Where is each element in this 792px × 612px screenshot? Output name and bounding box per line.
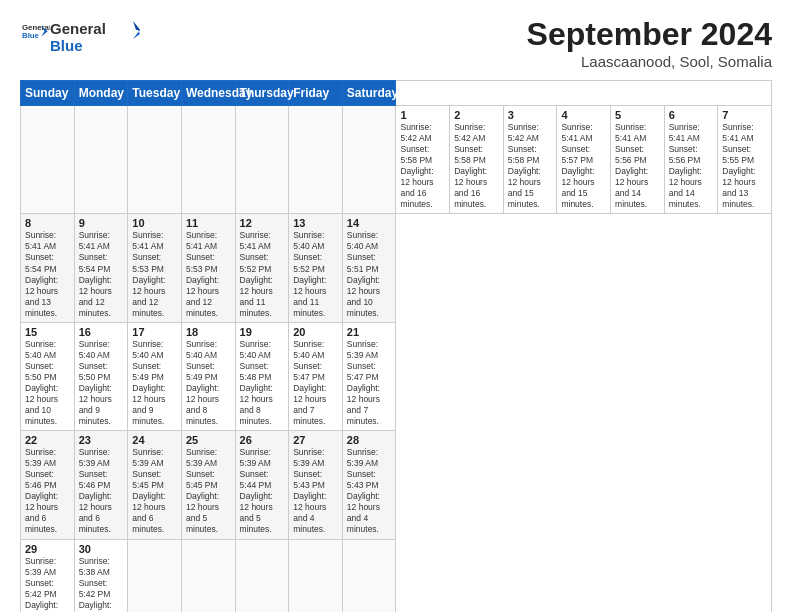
calendar-cell: 2Sunrise: 5:42 AM Sunset: 5:58 PM Daylig… [450, 106, 504, 214]
day-detail: Sunrise: 5:41 AM Sunset: 5:53 PM Dayligh… [186, 230, 231, 318]
day-number: 8 [25, 217, 70, 229]
calendar-cell: 7Sunrise: 5:41 AM Sunset: 5:55 PM Daylig… [718, 106, 772, 214]
calendar-cell: 29Sunrise: 5:39 AM Sunset: 5:42 PM Dayli… [21, 539, 75, 612]
logo: General Blue General Blue [20, 16, 140, 60]
calendar-cell: 16Sunrise: 5:40 AM Sunset: 5:50 PM Dayli… [74, 322, 128, 430]
calendar-cell: 23Sunrise: 5:39 AM Sunset: 5:46 PM Dayli… [74, 431, 128, 539]
day-number: 19 [240, 326, 285, 338]
calendar-week-row: 1Sunrise: 5:42 AM Sunset: 5:58 PM Daylig… [21, 106, 772, 214]
day-number: 10 [132, 217, 177, 229]
calendar-cell [21, 106, 75, 214]
day-detail: Sunrise: 5:40 AM Sunset: 5:49 PM Dayligh… [186, 339, 231, 427]
svg-text:Blue: Blue [50, 37, 83, 54]
day-detail: Sunrise: 5:38 AM Sunset: 5:42 PM Dayligh… [79, 556, 124, 613]
calendar-cell: 12Sunrise: 5:41 AM Sunset: 5:52 PM Dayli… [235, 214, 289, 322]
day-number: 17 [132, 326, 177, 338]
calendar-cell: 5Sunrise: 5:41 AM Sunset: 5:56 PM Daylig… [611, 106, 665, 214]
day-number: 26 [240, 434, 285, 446]
day-detail: Sunrise: 5:42 AM Sunset: 5:58 PM Dayligh… [400, 122, 445, 210]
day-detail: Sunrise: 5:42 AM Sunset: 5:58 PM Dayligh… [454, 122, 499, 210]
col-sunday: Sunday [21, 81, 75, 106]
col-monday: Monday [74, 81, 128, 106]
day-detail: Sunrise: 5:39 AM Sunset: 5:45 PM Dayligh… [186, 447, 231, 535]
page: General Blue General Blue September 2024… [0, 0, 792, 612]
day-detail: Sunrise: 5:40 AM Sunset: 5:49 PM Dayligh… [132, 339, 177, 427]
logo-svg: General Blue [50, 16, 140, 60]
day-detail: Sunrise: 5:41 AM Sunset: 5:52 PM Dayligh… [240, 230, 285, 318]
calendar-table: Sunday Monday Tuesday Wednesday Thursday… [20, 80, 772, 612]
calendar-cell: 8Sunrise: 5:41 AM Sunset: 5:54 PM Daylig… [21, 214, 75, 322]
day-detail: Sunrise: 5:42 AM Sunset: 5:58 PM Dayligh… [508, 122, 553, 210]
calendar-week-row: 8Sunrise: 5:41 AM Sunset: 5:54 PM Daylig… [21, 214, 772, 322]
day-detail: Sunrise: 5:41 AM Sunset: 5:54 PM Dayligh… [25, 230, 70, 318]
calendar-cell: 26Sunrise: 5:39 AM Sunset: 5:44 PM Dayli… [235, 431, 289, 539]
col-saturday: Saturday [342, 81, 396, 106]
calendar-cell: 17Sunrise: 5:40 AM Sunset: 5:49 PM Dayli… [128, 322, 182, 430]
day-number: 13 [293, 217, 338, 229]
day-number: 21 [347, 326, 392, 338]
day-detail: Sunrise: 5:41 AM Sunset: 5:57 PM Dayligh… [561, 122, 606, 210]
day-number: 2 [454, 109, 499, 121]
calendar-cell: 4Sunrise: 5:41 AM Sunset: 5:57 PM Daylig… [557, 106, 611, 214]
calendar-cell: 28Sunrise: 5:39 AM Sunset: 5:43 PM Dayli… [342, 431, 396, 539]
day-detail: Sunrise: 5:39 AM Sunset: 5:46 PM Dayligh… [25, 447, 70, 535]
calendar-cell [342, 106, 396, 214]
day-number: 5 [615, 109, 660, 121]
day-detail: Sunrise: 5:39 AM Sunset: 5:47 PM Dayligh… [347, 339, 392, 427]
day-detail: Sunrise: 5:39 AM Sunset: 5:42 PM Dayligh… [25, 556, 70, 613]
location: Laascaanood, Sool, Somalia [527, 53, 772, 70]
title-block: September 2024 Laascaanood, Sool, Somali… [527, 16, 772, 70]
header: General Blue General Blue September 2024… [20, 16, 772, 70]
day-detail: Sunrise: 5:39 AM Sunset: 5:44 PM Dayligh… [240, 447, 285, 535]
svg-text:General: General [50, 20, 106, 37]
day-number: 23 [79, 434, 124, 446]
calendar-cell [342, 539, 396, 612]
day-number: 16 [79, 326, 124, 338]
day-detail: Sunrise: 5:39 AM Sunset: 5:46 PM Dayligh… [79, 447, 124, 535]
day-number: 28 [347, 434, 392, 446]
day-number: 22 [25, 434, 70, 446]
svg-marker-6 [133, 21, 140, 30]
calendar-cell [128, 106, 182, 214]
day-number: 4 [561, 109, 606, 121]
calendar-week-row: 15Sunrise: 5:40 AM Sunset: 5:50 PM Dayli… [21, 322, 772, 430]
day-number: 9 [79, 217, 124, 229]
calendar-cell [289, 106, 343, 214]
day-detail: Sunrise: 5:40 AM Sunset: 5:50 PM Dayligh… [25, 339, 70, 427]
calendar-cell: 21Sunrise: 5:39 AM Sunset: 5:47 PM Dayli… [342, 322, 396, 430]
calendar-cell: 6Sunrise: 5:41 AM Sunset: 5:56 PM Daylig… [664, 106, 718, 214]
calendar-cell: 20Sunrise: 5:40 AM Sunset: 5:47 PM Dayli… [289, 322, 343, 430]
day-number: 14 [347, 217, 392, 229]
day-detail: Sunrise: 5:41 AM Sunset: 5:56 PM Dayligh… [615, 122, 660, 210]
calendar-cell [128, 539, 182, 612]
col-tuesday: Tuesday [128, 81, 182, 106]
calendar-cell: 19Sunrise: 5:40 AM Sunset: 5:48 PM Dayli… [235, 322, 289, 430]
day-detail: Sunrise: 5:40 AM Sunset: 5:52 PM Dayligh… [293, 230, 338, 318]
day-detail: Sunrise: 5:41 AM Sunset: 5:56 PM Dayligh… [669, 122, 714, 210]
day-number: 25 [186, 434, 231, 446]
calendar-cell: 15Sunrise: 5:40 AM Sunset: 5:50 PM Dayli… [21, 322, 75, 430]
month-year: September 2024 [527, 16, 772, 53]
calendar-cell: 13Sunrise: 5:40 AM Sunset: 5:52 PM Dayli… [289, 214, 343, 322]
day-number: 11 [186, 217, 231, 229]
calendar-cell: 25Sunrise: 5:39 AM Sunset: 5:45 PM Dayli… [181, 431, 235, 539]
day-number: 6 [669, 109, 714, 121]
calendar-cell: 24Sunrise: 5:39 AM Sunset: 5:45 PM Dayli… [128, 431, 182, 539]
calendar-cell: 27Sunrise: 5:39 AM Sunset: 5:43 PM Dayli… [289, 431, 343, 539]
day-detail: Sunrise: 5:41 AM Sunset: 5:54 PM Dayligh… [79, 230, 124, 318]
day-number: 3 [508, 109, 553, 121]
day-detail: Sunrise: 5:41 AM Sunset: 5:53 PM Dayligh… [132, 230, 177, 318]
calendar-cell: 22Sunrise: 5:39 AM Sunset: 5:46 PM Dayli… [21, 431, 75, 539]
day-number: 29 [25, 543, 70, 555]
day-detail: Sunrise: 5:40 AM Sunset: 5:50 PM Dayligh… [79, 339, 124, 427]
day-detail: Sunrise: 5:41 AM Sunset: 5:55 PM Dayligh… [722, 122, 767, 210]
day-number: 24 [132, 434, 177, 446]
col-wednesday: Wednesday [181, 81, 235, 106]
day-number: 15 [25, 326, 70, 338]
calendar-cell: 3Sunrise: 5:42 AM Sunset: 5:58 PM Daylig… [503, 106, 557, 214]
calendar-cell: 10Sunrise: 5:41 AM Sunset: 5:53 PM Dayli… [128, 214, 182, 322]
calendar-cell [235, 106, 289, 214]
calendar-cell: 9Sunrise: 5:41 AM Sunset: 5:54 PM Daylig… [74, 214, 128, 322]
calendar-cell: 30Sunrise: 5:38 AM Sunset: 5:42 PM Dayli… [74, 539, 128, 612]
calendar-cell [289, 539, 343, 612]
